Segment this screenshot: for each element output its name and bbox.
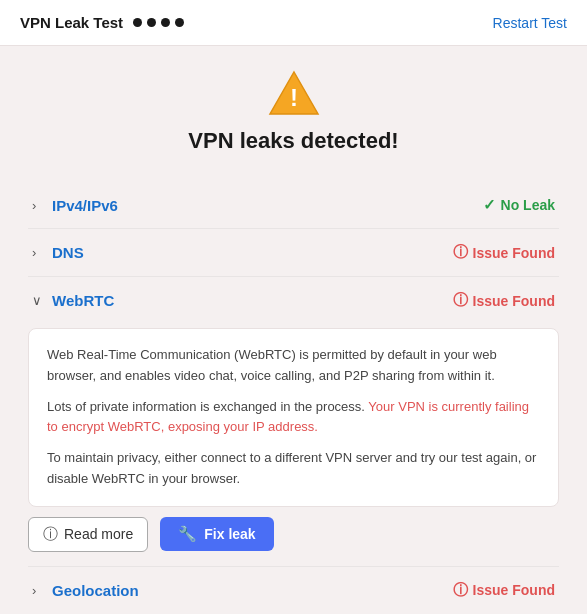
- test-row-dns[interactable]: › DNS ⓘ Issue Found: [28, 229, 559, 277]
- test-row-left: › IPv4/IPv6: [32, 197, 118, 214]
- chevron-down-icon-webrtc: ∨: [32, 293, 46, 308]
- app-title: VPN Leak Test: [20, 14, 123, 31]
- test-name-ipv4: IPv4/IPv6: [52, 197, 118, 214]
- status-ipv4: ✓ No Leak: [483, 196, 555, 214]
- status-label-ipv4: No Leak: [501, 197, 555, 213]
- chevron-right-icon-geo: ›: [32, 583, 46, 598]
- test-name-dns: DNS: [52, 244, 84, 261]
- main-content: ! VPN leaks detected! › IPv4/IPv6 ✓ No L…: [0, 46, 587, 614]
- test-row-geolocation[interactable]: › Geolocation ⓘ Issue Found: [28, 567, 559, 614]
- info-circle-icon: ⓘ: [43, 525, 58, 544]
- check-icon: ✓: [483, 196, 496, 214]
- dot-4: [175, 18, 184, 27]
- webrtc-desc-1: Web Real-Time Communication (WebRTC) is …: [47, 345, 540, 387]
- status-webrtc: ⓘ Issue Found: [453, 291, 555, 310]
- header-left: VPN Leak Test: [20, 14, 184, 31]
- status-dns: ⓘ Issue Found: [453, 243, 555, 262]
- status-label-geo: Issue Found: [473, 582, 555, 598]
- action-buttons: ⓘ Read more 🔧 Fix leak: [28, 517, 559, 552]
- progress-dots: [133, 18, 184, 27]
- test-row-left-webrtc: ∨ WebRTC: [32, 292, 114, 309]
- wrench-icon: 🔧: [178, 525, 197, 543]
- warning-icon: !: [268, 70, 320, 116]
- svg-text:!: !: [290, 84, 298, 111]
- alert-title: VPN leaks detected!: [188, 128, 398, 154]
- status-label-dns: Issue Found: [473, 245, 555, 261]
- fix-leak-button[interactable]: 🔧 Fix leak: [160, 517, 273, 551]
- app-header: VPN Leak Test Restart Test: [0, 0, 587, 46]
- test-row-left-geo: › Geolocation: [32, 582, 139, 599]
- alert-circle-icon-geo: ⓘ: [453, 581, 468, 600]
- status-label-webrtc: Issue Found: [473, 293, 555, 309]
- test-name-webrtc: WebRTC: [52, 292, 114, 309]
- webrtc-expanded-panel: Web Real-Time Communication (WebRTC) is …: [28, 328, 559, 507]
- test-row-ipv4[interactable]: › IPv4/IPv6 ✓ No Leak: [28, 182, 559, 229]
- webrtc-desc-2: Lots of private information is exchanged…: [47, 397, 540, 439]
- chevron-right-icon-dns: ›: [32, 245, 46, 260]
- fix-leak-label: Fix leak: [204, 526, 255, 542]
- test-row-webrtc[interactable]: ∨ WebRTC ⓘ Issue Found: [28, 277, 559, 324]
- read-more-button[interactable]: ⓘ Read more: [28, 517, 148, 552]
- dot-2: [147, 18, 156, 27]
- webrtc-desc-3: To maintain privacy, either connect to a…: [47, 448, 540, 490]
- read-more-label: Read more: [64, 526, 133, 542]
- test-name-geo: Geolocation: [52, 582, 139, 599]
- chevron-right-icon: ›: [32, 198, 46, 213]
- webrtc-highlight: Your VPN is currently failing to encrypt…: [47, 399, 529, 435]
- test-row-left-dns: › DNS: [32, 244, 84, 261]
- dot-3: [161, 18, 170, 27]
- dot-1: [133, 18, 142, 27]
- restart-test-button[interactable]: Restart Test: [493, 15, 567, 31]
- alert-circle-icon-webrtc: ⓘ: [453, 291, 468, 310]
- alert-circle-icon-dns: ⓘ: [453, 243, 468, 262]
- status-geo: ⓘ Issue Found: [453, 581, 555, 600]
- alert-section: ! VPN leaks detected!: [28, 70, 559, 154]
